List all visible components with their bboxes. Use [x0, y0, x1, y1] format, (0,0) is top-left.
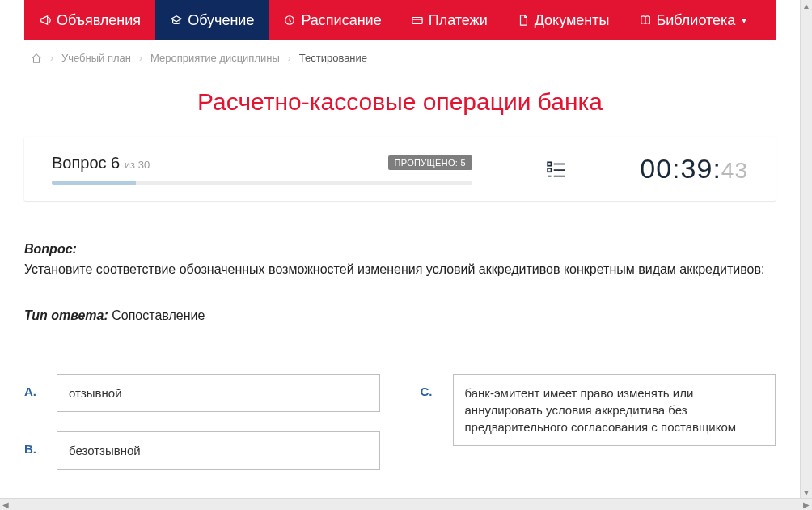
- nav-label: Расписание: [301, 12, 381, 29]
- breadcrumb-current: Тестирование: [299, 52, 367, 64]
- answer-box[interactable]: отзывной: [57, 374, 380, 412]
- question-label: Вопрос:: [24, 242, 77, 256]
- answers-right-column: C. банк-эмитент имеет право изменять или…: [421, 374, 776, 489]
- top-nav: Объявления Обучение Расписание: [24, 0, 776, 40]
- breadcrumb-link[interactable]: Учебный план: [61, 52, 131, 64]
- progress-bar: [52, 181, 472, 185]
- answer-letter: B.: [24, 431, 40, 458]
- vertical-scrollbar[interactable]: ▲ ▼: [800, 0, 812, 498]
- page-title: Расчетно-кассовые операции банка: [24, 72, 776, 137]
- breadcrumb: › Учебный план › Мероприятие дисциплины …: [24, 40, 776, 72]
- answer-type-label: Тип ответа:: [24, 308, 108, 322]
- home-icon[interactable]: [31, 53, 42, 64]
- answer-row: C. банк-эмитент имеет право изменять или…: [421, 374, 776, 446]
- breadcrumb-link[interactable]: Мероприятие дисциплины: [150, 52, 280, 64]
- grad-cap-icon: [170, 14, 183, 27]
- answer-box[interactable]: безотзывной: [57, 431, 380, 470]
- nav-label: Платежи: [429, 12, 488, 29]
- timer: 00:39:43: [640, 153, 748, 185]
- scroll-right-icon[interactable]: ▶: [801, 499, 812, 510]
- card-icon: [411, 14, 424, 27]
- doc-icon: [517, 14, 530, 27]
- megaphone-icon: [39, 14, 52, 27]
- nav-item-documents[interactable]: Документы: [502, 0, 624, 40]
- question-text: Установите соответствие обозначенных воз…: [24, 260, 776, 280]
- nav-item-announcements[interactable]: Объявления: [24, 0, 155, 40]
- book-icon: [639, 14, 652, 27]
- answer-letter: A.: [24, 374, 40, 401]
- clock-icon: [283, 14, 296, 27]
- nav-label: Библиотека: [657, 12, 736, 29]
- nav-label: Обучение: [188, 12, 254, 29]
- answers-left-column: A. отзывной B. безотзывной: [24, 374, 380, 489]
- status-card: Вопрос 6 из 30 ПРОПУЩЕНО: 5: [24, 137, 776, 201]
- answer-letter: C.: [421, 374, 437, 401]
- svg-rect-1: [412, 18, 422, 24]
- scroll-left-icon[interactable]: ◀: [0, 499, 11, 510]
- skipped-badge: ПРОПУЩЕНО: 5: [388, 155, 472, 170]
- answer-row: B. безотзывной: [24, 431, 380, 470]
- breadcrumb-sep: ›: [50, 53, 53, 64]
- nav-item-payments[interactable]: Платежи: [396, 0, 502, 40]
- answer-row: A. отзывной: [24, 374, 380, 412]
- nav-item-library[interactable]: Библиотека ▾: [624, 0, 762, 40]
- svg-rect-4: [548, 168, 551, 171]
- breadcrumb-sep: ›: [288, 53, 291, 64]
- nav-label: Документы: [535, 12, 610, 29]
- nav-item-schedule[interactable]: Расписание: [269, 0, 395, 40]
- question-body: Вопрос: Установите соответствие обозначе…: [24, 201, 776, 489]
- svg-rect-2: [548, 162, 551, 165]
- scroll-up-icon[interactable]: ▲: [801, 0, 812, 11]
- question-list-button[interactable]: [545, 158, 568, 181]
- breadcrumb-sep: ›: [139, 53, 142, 64]
- scroll-down-icon[interactable]: ▼: [801, 487, 812, 498]
- nav-label: Объявления: [57, 12, 141, 29]
- chevron-down-icon: ▾: [742, 15, 746, 26]
- answer-type-value: Сопоставление: [112, 308, 205, 322]
- answer-box[interactable]: банк-эмитент имеет право изменять или ан…: [453, 374, 776, 446]
- question-counter: Вопрос 6 из 30: [52, 154, 150, 172]
- horizontal-scrollbar[interactable]: ◀ ▶: [0, 498, 812, 510]
- nav-item-learning[interactable]: Обучение: [155, 0, 269, 40]
